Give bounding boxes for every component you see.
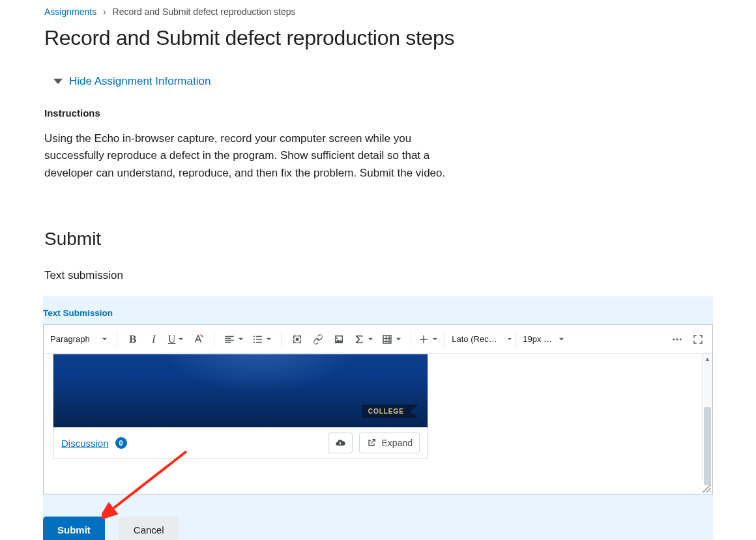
editor-content-area[interactable]: COLLEGE Discussion 0 Expand [44,354,712,494]
discussion-count-badge: 0 [115,437,127,449]
media-thumbnail[interactable]: COLLEGE [53,354,428,427]
svg-point-2 [254,338,255,339]
scroll-up-arrow[interactable]: ▲ [703,354,712,364]
toolbar-divider [117,332,117,347]
align-button[interactable] [220,329,248,350]
chevron-down-icon [178,336,184,342]
text-color-icon [192,334,204,345]
hide-info-label: Hide Assignment Information [69,75,211,88]
paragraph-format-label: Paragraph [50,334,90,344]
chevron-down-icon [368,336,373,342]
chevron-down-icon [396,336,401,342]
text-color-button[interactable] [188,329,209,350]
submit-button[interactable]: Submit [43,517,105,540]
embedded-media-card: COLLEGE Discussion 0 Expand [53,354,428,459]
external-link-icon [366,438,377,448]
insert-link-button[interactable] [308,329,328,350]
chevron-down-icon [559,336,564,342]
download-button[interactable] [328,433,353,453]
rich-text-editor: Paragraph B I U [43,324,713,494]
editor-toolbar: Paragraph B I U [44,325,712,354]
chevron-down-icon [266,336,272,342]
svg-point-7 [680,338,682,340]
discussion-link[interactable]: Discussion [61,438,109,449]
breadcrumb: Assignments › Record and Submit defect r… [44,7,712,17]
page-title: Record and Submit defect reproduction st… [44,26,712,50]
more-actions-button[interactable] [667,329,688,350]
insert-plus-button[interactable] [414,329,442,350]
svg-rect-4 [296,337,299,341]
breadcrumb-separator: › [103,7,106,17]
instructions-text: Using the Echo in-browser capture, recor… [44,130,461,182]
font-family-select[interactable]: Lato (Recom... [448,329,513,350]
scrollbar-thumb[interactable] [704,407,711,485]
svg-rect-0 [200,334,203,337]
chevron-down-icon [238,336,244,342]
plus-icon [418,334,429,345]
table-button[interactable] [377,329,405,350]
breadcrumb-current: Record and Submit defect reproduction st… [113,7,296,17]
toolbar-divider [516,332,516,347]
italic-button[interactable]: I [143,329,164,350]
toolbar-divider [214,332,214,347]
insert-image-button[interactable] [328,329,349,350]
toolbar-divider [411,332,411,347]
toolbar-divider [281,332,282,347]
chevron-down-icon [507,336,512,342]
svg-point-5 [673,338,675,340]
submit-heading: Submit [44,229,712,249]
vertical-scrollbar[interactable]: ▲ [702,354,712,481]
fullscreen-icon [692,334,704,345]
editor-label: Text Submission [43,308,713,318]
image-icon [333,334,345,345]
font-family-label: Lato (Recom... [452,334,499,344]
ellipsis-icon [671,334,683,345]
svg-point-3 [254,341,255,343]
cloud-download-icon [335,438,345,448]
expand-button[interactable]: Expand [359,433,420,453]
bold-icon: B [129,333,136,346]
italic-icon: I [152,333,156,346]
equation-button[interactable] [349,329,377,350]
insert-stuff-button[interactable] [287,329,308,350]
editor-panel: Text Submission Paragraph B I U [43,296,713,540]
font-size-label: 19px … [523,334,552,344]
college-pennant: COLLEGE [362,405,418,418]
paragraph-format-select[interactable]: Paragraph [48,329,114,350]
sigma-icon [353,334,365,345]
underline-icon: U [168,334,176,345]
bullet-list-icon [252,334,263,345]
cancel-button[interactable]: Cancel [119,517,179,540]
toolbar-divider [444,332,445,347]
font-size-select[interactable]: 19px … [519,329,566,350]
media-card-footer: Discussion 0 Expand [53,427,428,459]
fullscreen-button[interactable] [688,329,708,350]
breadcrumb-root-link[interactable]: Assignments [44,7,96,17]
caret-down-icon [53,77,63,86]
svg-point-1 [254,335,255,337]
list-button[interactable] [248,329,276,350]
chevron-down-icon [432,336,438,342]
insert-stuff-icon [291,334,303,345]
align-left-icon [224,334,235,345]
underline-button[interactable]: U [164,329,188,350]
text-submission-subheading: Text submission [44,269,712,282]
chevron-down-icon [102,336,108,342]
svg-point-6 [676,338,678,340]
link-icon [312,334,324,345]
hide-assignment-info-toggle[interactable]: Hide Assignment Information [53,75,211,88]
table-icon [381,334,393,345]
instructions-label: Instructions [44,107,712,119]
expand-label: Expand [382,438,413,448]
resize-handle[interactable] [702,483,711,492]
bold-button[interactable]: B [123,329,143,350]
